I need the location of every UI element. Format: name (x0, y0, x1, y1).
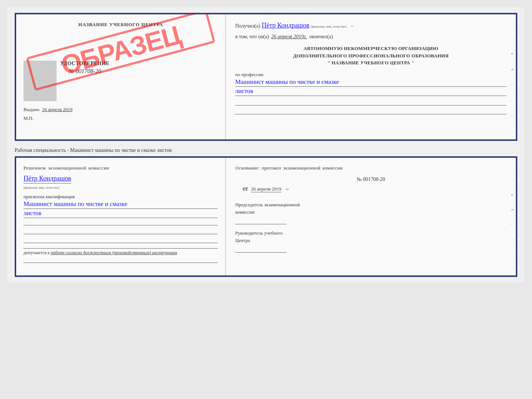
specialty-line: Рабочая специальность - Машинист машины … (15, 145, 517, 156)
predsedatel-title: Председатель экзаменационной (235, 201, 507, 209)
recipient-name-bottom: Пётр Кондрашов (24, 175, 71, 184)
document-bottom: Решением экзаменационной комиссии Пётр К… (15, 156, 517, 277)
poluchil-line: Получил(а) Пётр Кондрашов (фамилия, имя,… (235, 22, 507, 29)
udostoverenie-block: УДОСТОВЕРЕНИЕ № 001708-20 (60, 61, 109, 101)
rukovoditel-line2: Центра (235, 237, 507, 244)
kvalif-line1: Машинист машины по чистке и смазке (24, 200, 218, 209)
resheniem-title: Решением экзаменационной комиссии (24, 165, 218, 171)
avt-org-block: АВТОНОМНУЮ НЕКОММЕРЧЕСКУЮ ОРГАНИЗАЦИЮ ДО… (235, 45, 507, 67)
vtom-date: 26 апреля 2019г. (271, 34, 307, 40)
vtom-label: в том, что он(а) (235, 34, 269, 40)
dopuskaetsya-label: допускается к (24, 250, 50, 255)
kvalif-block: Машинист машины по чистке и смазке листо… (24, 200, 218, 218)
poluchil-label: Получил(а) (235, 23, 260, 29)
blank-lines-right (235, 98, 507, 114)
fio-label-bottom: (фамилия, имя, отчество) (24, 186, 59, 189)
dopuskaetsya-text: работе согласно должностным (производств… (51, 250, 177, 255)
recipient-name-top: Пётр Кондрашов (262, 22, 309, 29)
rukovoditel-sign-line (235, 245, 287, 253)
page-container: НАЗВАНИЕ УЧЕБНОГО ЦЕНТРА ОБРАЗЕЦ УДОСТОВ… (7, 7, 525, 282)
osnovanie-title: Основание: протокол экзаменационной коми… (235, 165, 507, 171)
photo-placeholder (24, 61, 57, 101)
vtom-line: в том, что он(а) 26 апреля 2019г. окончи… (235, 34, 507, 40)
predsedatel-block: Председатель экзаменационной комиссии (235, 201, 507, 224)
udostoverenie-title: УДОСТОВЕРЕНИЕ (60, 61, 109, 67)
blank-line-bottom-1 (24, 218, 218, 225)
blank-line-1 (235, 98, 507, 106)
doc-left-top: НАЗВАНИЕ УЧЕБНОГО ЦЕНТРА ОБРАЗЕЦ УДОСТОВ… (16, 14, 226, 139)
vydano-label: Выдано (24, 107, 39, 112)
doc-bottom-left: Решением экзаменационной комиссии Пётр К… (16, 158, 226, 275)
ot-date-block: от 26 апреля 2019 – (242, 185, 507, 197)
udostoverenie-number: № 001708-20 (60, 68, 109, 75)
org-name: " НАЗВАНИЕ УЧЕБНОГО ЦЕНТРА " (235, 59, 507, 67)
ot-label: от (242, 185, 248, 192)
po-professii-label: по профессии (235, 72, 263, 77)
sidebar-marks-bottom: ––и,а←––– (508, 158, 516, 275)
org-line2: ДОПОЛНИТЕЛЬНОГО ПРОФЕССИОНАЛЬНОГО ОБРАЗО… (235, 52, 507, 60)
prisvoena-line: присвоена квалификация (24, 194, 218, 200)
rukovoditel-line1: Руководитель учебного (235, 229, 507, 237)
sidebar-marks-top: ––и,а←––– (508, 14, 516, 139)
mp-line: М.П. (24, 115, 218, 121)
blank-line-bottom-4 (24, 256, 218, 263)
vydano-line: Выдано 26 апреля 2019 (24, 107, 218, 113)
okonchil-label: окончил(а) (309, 34, 333, 40)
dopuskaetsya-line: допускается к работе согласно должностны… (24, 248, 218, 256)
blank-line-bottom-3 (24, 236, 218, 243)
rukovoditel-block: Руководитель учебного Центра (235, 229, 507, 253)
prisvoena-label: присвоена квалификация (24, 194, 75, 199)
blank-line-bottom-2 (24, 227, 218, 234)
ot-date: 26 апреля 2019 (251, 186, 281, 192)
profession-line2: листов (235, 88, 507, 96)
protocol-number: № 001708-20 (235, 177, 507, 182)
doc-bottom-right: Основание: протокол экзаменационной коми… (226, 158, 516, 275)
doc-right-top: Получил(а) Пётр Кондрашов (фамилия, имя,… (226, 14, 516, 139)
profession-line1: Машинист машины по чистке и смазке (235, 78, 507, 87)
komisii-label: комиссии (235, 209, 507, 216)
document-top: НАЗВАНИЕ УЧЕБНОГО ЦЕНТРА ОБРАЗЕЦ УДОСТОВ… (15, 13, 517, 141)
name-bottom-left: Пётр Кондрашов (фамилия, имя, отчество) (24, 175, 218, 190)
org-line1: АВТОНОМНУЮ НЕКОММЕРЧЕСКУЮ ОРГАНИЗАЦИЮ (235, 45, 507, 52)
training-center-title: НАЗВАНИЕ УЧЕБНОГО ЦЕНТРА (24, 22, 218, 28)
blank-line-2 (235, 107, 507, 114)
vydano-date: 26 апреля 2019 (42, 107, 73, 112)
fio-label-top: (фамилия, имя, отчество) (311, 25, 346, 28)
po-professii-block: по профессии Машинист машины по чистке и… (235, 72, 507, 96)
kvalif-line2: листов (24, 210, 218, 218)
predsedatel-sign-line (235, 217, 287, 224)
